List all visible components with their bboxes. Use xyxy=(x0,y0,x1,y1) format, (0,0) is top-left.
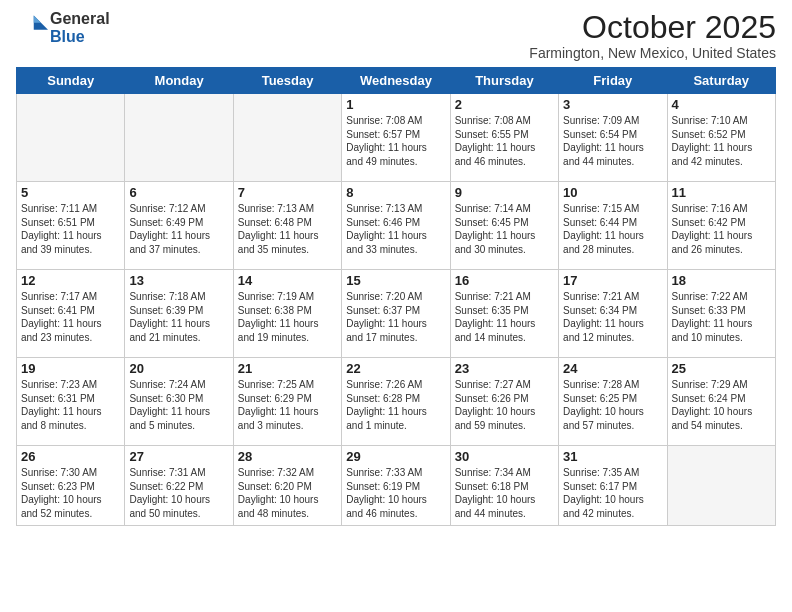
location: Farmington, New Mexico, United States xyxy=(529,45,776,61)
day-number: 8 xyxy=(346,185,445,200)
calendar-cell: 29Sunrise: 7:33 AM Sunset: 6:19 PM Dayli… xyxy=(342,446,450,526)
calendar-week-1: 1Sunrise: 7:08 AM Sunset: 6:57 PM Daylig… xyxy=(17,94,776,182)
calendar-cell: 1Sunrise: 7:08 AM Sunset: 6:57 PM Daylig… xyxy=(342,94,450,182)
calendar-cell: 20Sunrise: 7:24 AM Sunset: 6:30 PM Dayli… xyxy=(125,358,233,446)
day-number: 25 xyxy=(672,361,771,376)
logo-general: General xyxy=(50,10,110,28)
day-number: 1 xyxy=(346,97,445,112)
cell-info: Sunrise: 7:27 AM Sunset: 6:26 PM Dayligh… xyxy=(455,378,554,432)
weekday-header-saturday: Saturday xyxy=(667,68,775,94)
day-number: 17 xyxy=(563,273,662,288)
weekday-header-thursday: Thursday xyxy=(450,68,558,94)
day-number: 15 xyxy=(346,273,445,288)
weekday-header-monday: Monday xyxy=(125,68,233,94)
weekday-header-wednesday: Wednesday xyxy=(342,68,450,94)
day-number: 9 xyxy=(455,185,554,200)
cell-info: Sunrise: 7:08 AM Sunset: 6:57 PM Dayligh… xyxy=(346,114,445,168)
month-title: October 2025 xyxy=(529,10,776,45)
cell-info: Sunrise: 7:16 AM Sunset: 6:42 PM Dayligh… xyxy=(672,202,771,256)
calendar-cell: 16Sunrise: 7:21 AM Sunset: 6:35 PM Dayli… xyxy=(450,270,558,358)
day-number: 30 xyxy=(455,449,554,464)
calendar-cell: 2Sunrise: 7:08 AM Sunset: 6:55 PM Daylig… xyxy=(450,94,558,182)
calendar-cell: 28Sunrise: 7:32 AM Sunset: 6:20 PM Dayli… xyxy=(233,446,341,526)
day-number: 23 xyxy=(455,361,554,376)
calendar-week-4: 19Sunrise: 7:23 AM Sunset: 6:31 PM Dayli… xyxy=(17,358,776,446)
calendar-week-2: 5Sunrise: 7:11 AM Sunset: 6:51 PM Daylig… xyxy=(17,182,776,270)
day-number: 16 xyxy=(455,273,554,288)
cell-info: Sunrise: 7:33 AM Sunset: 6:19 PM Dayligh… xyxy=(346,466,445,520)
logo: General Blue xyxy=(16,10,110,45)
calendar-cell: 24Sunrise: 7:28 AM Sunset: 6:25 PM Dayli… xyxy=(559,358,667,446)
cell-info: Sunrise: 7:30 AM Sunset: 6:23 PM Dayligh… xyxy=(21,466,120,520)
day-number: 11 xyxy=(672,185,771,200)
calendar-table: SundayMondayTuesdayWednesdayThursdayFrid… xyxy=(16,67,776,526)
calendar-week-3: 12Sunrise: 7:17 AM Sunset: 6:41 PM Dayli… xyxy=(17,270,776,358)
cell-info: Sunrise: 7:21 AM Sunset: 6:34 PM Dayligh… xyxy=(563,290,662,344)
calendar-cell: 12Sunrise: 7:17 AM Sunset: 6:41 PM Dayli… xyxy=(17,270,125,358)
calendar-cell: 4Sunrise: 7:10 AM Sunset: 6:52 PM Daylig… xyxy=(667,94,775,182)
calendar-cell: 21Sunrise: 7:25 AM Sunset: 6:29 PM Dayli… xyxy=(233,358,341,446)
cell-info: Sunrise: 7:18 AM Sunset: 6:39 PM Dayligh… xyxy=(129,290,228,344)
cell-info: Sunrise: 7:10 AM Sunset: 6:52 PM Dayligh… xyxy=(672,114,771,168)
day-number: 4 xyxy=(672,97,771,112)
cell-info: Sunrise: 7:13 AM Sunset: 6:46 PM Dayligh… xyxy=(346,202,445,256)
calendar-cell: 15Sunrise: 7:20 AM Sunset: 6:37 PM Dayli… xyxy=(342,270,450,358)
calendar-cell: 17Sunrise: 7:21 AM Sunset: 6:34 PM Dayli… xyxy=(559,270,667,358)
calendar-cell: 7Sunrise: 7:13 AM Sunset: 6:48 PM Daylig… xyxy=(233,182,341,270)
calendar-cell: 13Sunrise: 7:18 AM Sunset: 6:39 PM Dayli… xyxy=(125,270,233,358)
cell-info: Sunrise: 7:32 AM Sunset: 6:20 PM Dayligh… xyxy=(238,466,337,520)
calendar-week-5: 26Sunrise: 7:30 AM Sunset: 6:23 PM Dayli… xyxy=(17,446,776,526)
cell-info: Sunrise: 7:24 AM Sunset: 6:30 PM Dayligh… xyxy=(129,378,228,432)
calendar-cell: 5Sunrise: 7:11 AM Sunset: 6:51 PM Daylig… xyxy=(17,182,125,270)
day-number: 7 xyxy=(238,185,337,200)
day-number: 27 xyxy=(129,449,228,464)
day-number: 28 xyxy=(238,449,337,464)
calendar-cell xyxy=(125,94,233,182)
calendar-cell: 26Sunrise: 7:30 AM Sunset: 6:23 PM Dayli… xyxy=(17,446,125,526)
page: General Blue October 2025 Farmington, Ne… xyxy=(0,0,792,612)
calendar-cell xyxy=(233,94,341,182)
calendar-cell: 10Sunrise: 7:15 AM Sunset: 6:44 PM Dayli… xyxy=(559,182,667,270)
weekday-header-sunday: Sunday xyxy=(17,68,125,94)
cell-info: Sunrise: 7:19 AM Sunset: 6:38 PM Dayligh… xyxy=(238,290,337,344)
cell-info: Sunrise: 7:35 AM Sunset: 6:17 PM Dayligh… xyxy=(563,466,662,520)
weekday-header-friday: Friday xyxy=(559,68,667,94)
calendar-cell: 27Sunrise: 7:31 AM Sunset: 6:22 PM Dayli… xyxy=(125,446,233,526)
day-number: 21 xyxy=(238,361,337,376)
weekday-header-row: SundayMondayTuesdayWednesdayThursdayFrid… xyxy=(17,68,776,94)
day-number: 6 xyxy=(129,185,228,200)
calendar-cell: 25Sunrise: 7:29 AM Sunset: 6:24 PM Dayli… xyxy=(667,358,775,446)
logo-icon xyxy=(16,12,48,44)
weekday-header-tuesday: Tuesday xyxy=(233,68,341,94)
cell-info: Sunrise: 7:08 AM Sunset: 6:55 PM Dayligh… xyxy=(455,114,554,168)
cell-info: Sunrise: 7:29 AM Sunset: 6:24 PM Dayligh… xyxy=(672,378,771,432)
day-number: 19 xyxy=(21,361,120,376)
cell-info: Sunrise: 7:11 AM Sunset: 6:51 PM Dayligh… xyxy=(21,202,120,256)
calendar-cell: 22Sunrise: 7:26 AM Sunset: 6:28 PM Dayli… xyxy=(342,358,450,446)
cell-info: Sunrise: 7:09 AM Sunset: 6:54 PM Dayligh… xyxy=(563,114,662,168)
svg-marker-1 xyxy=(34,15,41,22)
calendar-cell xyxy=(667,446,775,526)
calendar-cell: 31Sunrise: 7:35 AM Sunset: 6:17 PM Dayli… xyxy=(559,446,667,526)
day-number: 3 xyxy=(563,97,662,112)
day-number: 18 xyxy=(672,273,771,288)
cell-info: Sunrise: 7:26 AM Sunset: 6:28 PM Dayligh… xyxy=(346,378,445,432)
cell-info: Sunrise: 7:13 AM Sunset: 6:48 PM Dayligh… xyxy=(238,202,337,256)
cell-info: Sunrise: 7:15 AM Sunset: 6:44 PM Dayligh… xyxy=(563,202,662,256)
title-block: October 2025 Farmington, New Mexico, Uni… xyxy=(529,10,776,61)
header: General Blue October 2025 Farmington, Ne… xyxy=(16,10,776,61)
calendar-cell: 9Sunrise: 7:14 AM Sunset: 6:45 PM Daylig… xyxy=(450,182,558,270)
calendar-cell: 30Sunrise: 7:34 AM Sunset: 6:18 PM Dayli… xyxy=(450,446,558,526)
day-number: 20 xyxy=(129,361,228,376)
day-number: 14 xyxy=(238,273,337,288)
calendar-cell: 18Sunrise: 7:22 AM Sunset: 6:33 PM Dayli… xyxy=(667,270,775,358)
day-number: 31 xyxy=(563,449,662,464)
cell-info: Sunrise: 7:21 AM Sunset: 6:35 PM Dayligh… xyxy=(455,290,554,344)
day-number: 10 xyxy=(563,185,662,200)
day-number: 29 xyxy=(346,449,445,464)
day-number: 22 xyxy=(346,361,445,376)
logo-text: General Blue xyxy=(50,10,110,45)
calendar-cell: 3Sunrise: 7:09 AM Sunset: 6:54 PM Daylig… xyxy=(559,94,667,182)
calendar-cell: 11Sunrise: 7:16 AM Sunset: 6:42 PM Dayli… xyxy=(667,182,775,270)
cell-info: Sunrise: 7:12 AM Sunset: 6:49 PM Dayligh… xyxy=(129,202,228,256)
